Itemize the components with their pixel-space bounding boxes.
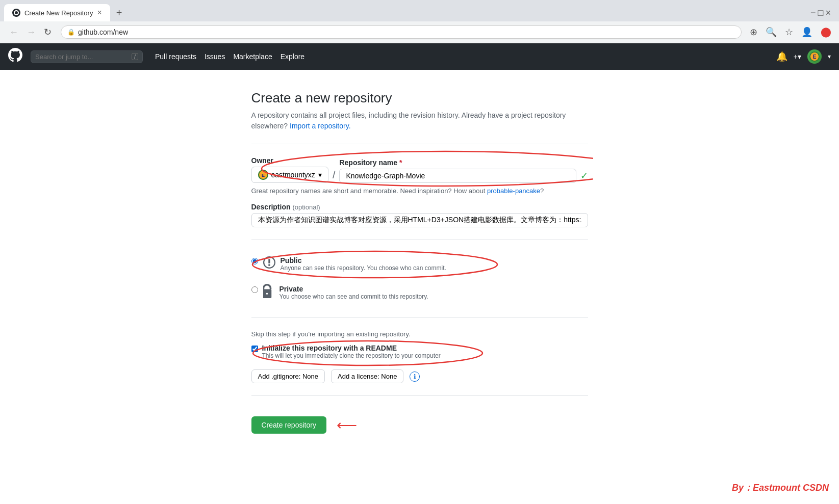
nav-issues[interactable]: Issues xyxy=(205,52,225,61)
search-box[interactable]: / xyxy=(31,50,143,63)
nav-explore[interactable]: Explore xyxy=(281,52,304,61)
address-bar[interactable]: 🔒 xyxy=(61,25,742,39)
avatar-dropdown[interactable]: ▾ xyxy=(828,53,831,60)
watermark: By：Eastmount CSDN xyxy=(732,482,829,494)
back-btn[interactable]: ← xyxy=(6,25,21,40)
suggestion-link[interactable]: probable-pancake xyxy=(487,187,540,195)
browser-chrome: Create New Repository × + − □ × ← → ↻ 🔒 … xyxy=(0,0,839,43)
browser-controls: ← → ↻ 🔒 ⊕ 🔍 ☆ 👤 ⬤ xyxy=(0,21,839,43)
suggestion-text: Great repository names are short and mem… xyxy=(251,187,588,195)
nav-marketplace[interactable]: Marketplace xyxy=(233,52,272,61)
owner-dropdown-arrow: ▾ xyxy=(318,171,322,179)
init-readme-desc: This will let you immediately clone the … xyxy=(262,352,441,359)
github-logo xyxy=(8,48,22,65)
active-tab[interactable]: Create New Repository × xyxy=(4,4,110,21)
owner-name: eastmountyxz xyxy=(271,171,315,179)
user-avatar[interactable]: E xyxy=(807,49,822,64)
bookmark-icon[interactable]: ☆ xyxy=(783,24,795,40)
divider-4 xyxy=(251,395,588,396)
translate-icon[interactable]: ⊕ xyxy=(748,24,759,40)
zoom-icon[interactable]: 🔍 xyxy=(764,24,779,40)
svg-text:E: E xyxy=(261,173,264,178)
nav-pull-requests[interactable]: Pull requests xyxy=(155,52,196,61)
divider-3 xyxy=(251,317,588,318)
bell-icon[interactable]: 🔔 xyxy=(776,51,787,62)
browser-actions: ⊕ 🔍 ☆ 👤 ⬤ xyxy=(748,24,833,40)
private-radio[interactable] xyxy=(251,286,258,293)
profile-icon[interactable]: 👤 xyxy=(799,24,815,40)
minimize-btn[interactable]: − xyxy=(810,8,816,18)
public-radio[interactable] xyxy=(251,258,258,264)
maximize-btn[interactable]: □ xyxy=(818,8,824,18)
info-button[interactable]: ℹ xyxy=(410,372,420,382)
close-window-btn[interactable]: × xyxy=(825,8,831,18)
private-label: Private xyxy=(279,285,588,293)
repo-name-wrapper: ✓ xyxy=(339,169,588,183)
create-btn-row: Create repository ⟵ xyxy=(251,408,357,442)
owner-repo-section: Owner E eastmountyxz ▾ / xyxy=(251,156,588,183)
new-tab-btn[interactable]: + xyxy=(112,5,126,21)
desc-label: Description (optional) xyxy=(251,203,588,211)
public-label: Public xyxy=(281,256,588,264)
init-readme-label: Initialize this repository with a README xyxy=(262,344,441,352)
tab-close-btn[interactable]: × xyxy=(97,8,101,17)
public-content: Public Anyone can see this repository. Y… xyxy=(281,256,588,272)
private-icon xyxy=(263,284,274,301)
init-readme-checkbox[interactable] xyxy=(251,346,258,352)
import-link[interactable]: Import a repository. xyxy=(290,122,351,130)
svg-point-2 xyxy=(15,11,18,14)
new-repo-dropdown[interactable]: +▾ xyxy=(794,52,801,61)
form-container: Create a new repository A repository con… xyxy=(241,90,598,442)
owner-label: Owner xyxy=(251,156,328,165)
dropdowns-row: Add .gitignore: None Add a license: None… xyxy=(251,369,588,383)
create-repository-btn[interactable]: Create repository xyxy=(251,416,326,434)
slash-separator: / xyxy=(333,169,336,183)
search-input[interactable] xyxy=(35,53,128,61)
visibility-section: Public Anyone can see this repository. Y… xyxy=(251,252,588,305)
nav-icons: 🔔 +▾ E ▾ xyxy=(776,49,831,64)
private-radio-option: Private You choose who can see and commi… xyxy=(251,281,588,305)
page-title: Create a new repository xyxy=(251,90,588,106)
description-group: Description (optional) xyxy=(251,203,588,227)
lock-icon: 🔒 xyxy=(67,29,75,36)
main-nav: Pull requests Issues Marketplace Explore xyxy=(155,52,304,61)
tab-bar: Create New Repository × + − □ × xyxy=(0,0,839,21)
owner-group: Owner E eastmountyxz ▾ xyxy=(251,156,328,183)
repo-name-group: Repository name * ✓ xyxy=(339,158,588,183)
public-desc: Anyone can see this repository. You choo… xyxy=(281,264,588,272)
private-content: Private You choose who can see and commi… xyxy=(279,285,588,300)
search-slash: / xyxy=(132,53,138,60)
divider-2 xyxy=(251,240,588,240)
skip-text: Skip this step if you're importing an ex… xyxy=(251,330,588,338)
divider-1 xyxy=(251,144,588,144)
extension-icon[interactable]: ⬤ xyxy=(819,24,833,40)
arrow-icon: ⟵ xyxy=(337,417,357,434)
tab-title: Create New Repository xyxy=(24,9,93,17)
public-radio-option: Public Anyone can see this repository. Y… xyxy=(251,252,588,277)
private-desc: You choose who can see and commit to thi… xyxy=(279,293,588,300)
url-input[interactable] xyxy=(78,28,735,36)
owner-avatar: E xyxy=(258,170,268,180)
page-content: Create a new repository A repository con… xyxy=(0,70,839,504)
reload-btn[interactable]: ↻ xyxy=(41,24,55,40)
valid-checkmark: ✓ xyxy=(580,170,588,181)
github-navbar: / Pull requests Issues Marketplace Explo… xyxy=(0,43,839,70)
svg-text:E: E xyxy=(813,54,817,60)
repo-name-label: Repository name * xyxy=(339,158,588,167)
public-option-wrapper: Public Anyone can see this repository. Y… xyxy=(251,252,588,277)
repo-name-input[interactable] xyxy=(339,169,576,183)
forward-btn[interactable]: → xyxy=(23,25,39,40)
owner-select[interactable]: E eastmountyxz ▾ xyxy=(251,167,328,183)
license-dropdown[interactable]: Add a license: None xyxy=(331,369,403,383)
init-readme-content: Initialize this repository with a README… xyxy=(262,344,441,359)
gitignore-dropdown[interactable]: Add .gitignore: None xyxy=(251,369,325,383)
init-readme-wrapper: Initialize this repository with a README… xyxy=(251,342,588,361)
page-description: A repository contains all project files,… xyxy=(251,110,588,131)
tab-favicon xyxy=(12,9,20,17)
public-icon xyxy=(263,255,275,273)
init-readme-option: Initialize this repository with a README… xyxy=(251,342,588,361)
description-input[interactable] xyxy=(251,213,588,227)
